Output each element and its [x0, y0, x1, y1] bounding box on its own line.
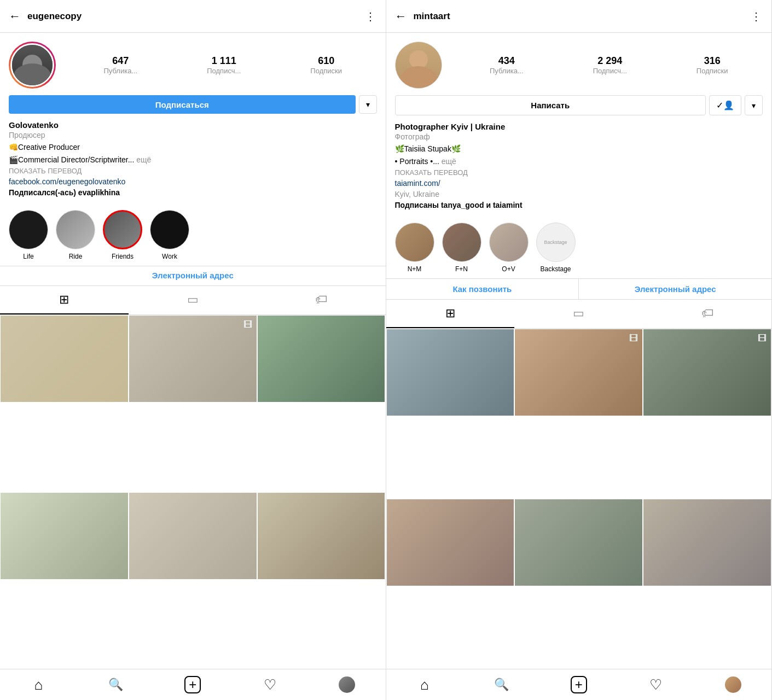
right-photo-cell-6[interactable] [643, 499, 771, 586]
right-photo-cell-5[interactable] [514, 499, 643, 586]
left-stories: Life Ride Friends Work [0, 205, 386, 266]
story-work-circle[interactable] [150, 210, 189, 249]
photo-cell-3[interactable] [257, 315, 386, 402]
photo-cell-1[interactable] [0, 315, 129, 402]
right-followers-label: Подписч... [593, 67, 627, 75]
right-tagged-icon: 🏷 [701, 306, 713, 320]
follow-person-button[interactable]: ✓👤 [709, 95, 741, 115]
right-menu-button[interactable]: ⋮ [751, 10, 763, 23]
left-back-button[interactable]: ← [9, 9, 21, 24]
subscribe-button[interactable]: Подписаться [9, 95, 356, 114]
left-tabs: ⊞ ▭ 🏷 [0, 285, 386, 315]
right-home-icon: ⌂ [420, 676, 429, 693]
story-backstage[interactable]: Backstage Backstage [536, 223, 576, 273]
right-profile-avatar [725, 676, 741, 693]
story-fn-circle[interactable] [442, 223, 481, 262]
left-posts-stat[interactable]: 647 Публика... [103, 55, 137, 75]
left-translate[interactable]: ПОКАЗАТЬ ПЕРЕВОД [9, 167, 377, 175]
right-photo-cell-3[interactable]: 🎞 [643, 329, 771, 416]
left-nav-profile[interactable] [309, 674, 386, 696]
story-fn-label: F+N [455, 265, 468, 273]
left-nav-home[interactable]: ⌂ [0, 674, 77, 696]
story-work[interactable]: Work [150, 210, 189, 260]
right-back-button[interactable]: ← [395, 9, 407, 24]
story-ride-circle[interactable] [56, 210, 95, 249]
right-posts-stat[interactable]: 434 Публика... [490, 55, 524, 75]
photo-cell-2[interactable]: 🎞 [129, 315, 257, 402]
right-nav-heart[interactable]: ♡ [617, 674, 694, 696]
story-friends[interactable]: Friends [103, 210, 142, 260]
story-life-circle[interactable] [9, 210, 48, 249]
left-followers-stat[interactable]: 1 111 Подписч... [207, 55, 241, 75]
right-nav-search[interactable]: 🔍 [463, 674, 540, 696]
right-nav-home[interactable]: ⌂ [386, 674, 463, 696]
story-backstage-label: Backstage [540, 265, 571, 273]
right-followed-by: Подписаны tanya_good и taiamint [395, 201, 763, 209]
right-panel: ← mintaart ⋮ 434 Публика... 2 294 Подпис… [386, 0, 773, 700]
left-tab-grid[interactable]: ⊞ [0, 286, 129, 314]
right-photo-cell-4[interactable] [386, 499, 515, 586]
message-button[interactable]: Написать [395, 95, 706, 115]
right-tab-grid[interactable]: ⊞ [386, 300, 515, 328]
story-nm-label: N+M [408, 265, 422, 273]
left-posts-label: Публика... [103, 67, 137, 75]
photo-cell-5[interactable] [129, 492, 257, 580]
plus-icon: + [184, 676, 201, 693]
call-button[interactable]: Как позвонить [386, 279, 579, 299]
left-bio-link[interactable]: facebook.com/eugenegolovatenko [9, 177, 377, 186]
left-menu-button[interactable]: ⋮ [365, 10, 377, 23]
left-bio-line2: 🎬Commercial Director/Scriptwriter... ещё [9, 154, 377, 166]
left-tab-tagged[interactable]: 🏷 [257, 286, 386, 314]
right-tab-tagged[interactable]: 🏷 [643, 300, 771, 328]
right-nav-plus[interactable]: + [540, 674, 617, 696]
story-friends-circle[interactable] [103, 210, 142, 249]
right-followers-stat[interactable]: 2 294 Подписч... [593, 55, 627, 75]
right-photo-cell-2[interactable]: 🎞 [514, 329, 643, 416]
right-following-stat[interactable]: 316 Подписки [696, 55, 728, 75]
right-call-email-row: Как позвонить Электронный адрес [386, 278, 772, 299]
right-header: ← mintaart ⋮ [386, 0, 772, 33]
story-nm-circle[interactable] [395, 223, 434, 262]
right-tabs: ⊞ ▭ 🏷 [386, 299, 772, 329]
right-posts-count: 434 [498, 55, 515, 67]
right-nav-profile[interactable] [694, 674, 771, 696]
right-location: Kyiv, Ukraine [395, 190, 763, 199]
right-avatar[interactable] [395, 42, 442, 89]
left-email-button[interactable]: Электронный адрес [9, 271, 377, 280]
right-dropdown-button[interactable]: ▾ [745, 95, 763, 115]
story-nm[interactable]: N+M [395, 223, 434, 273]
left-following-stat[interactable]: 610 Подписки [310, 55, 342, 75]
story-ov[interactable]: O+V [489, 223, 529, 273]
right-photo-cell-1[interactable] [386, 329, 515, 416]
left-avatar[interactable] [9, 42, 56, 89]
left-nav-plus[interactable]: + [154, 674, 231, 696]
left-follower-name[interactable]: evaplikhina [78, 188, 120, 197]
right-bottom-nav: ⌂ 🔍 + ♡ [386, 669, 772, 700]
right-tab-reels[interactable]: ▭ [514, 300, 643, 328]
right-plus-icon: + [571, 676, 587, 693]
story-fn[interactable]: F+N [442, 223, 481, 273]
right-video-badge-2: 🎞 [629, 334, 638, 343]
right-email-button[interactable]: Электронный адрес [579, 279, 771, 299]
right-more-link[interactable]: ещё [442, 157, 456, 166]
left-following-count: 610 [318, 55, 334, 67]
right-bio-link[interactable]: taiamint.com/ [395, 179, 763, 188]
story-ov-circle[interactable] [489, 223, 529, 262]
left-more-link[interactable]: ещё [136, 155, 151, 164]
subscribe-dropdown-button[interactable]: ▾ [359, 95, 377, 114]
story-ride[interactable]: Ride [56, 210, 95, 260]
left-nav-search[interactable]: 🔍 [77, 674, 154, 696]
story-friends-label: Friends [112, 253, 133, 260]
photo-cell-6[interactable] [257, 492, 386, 580]
right-bio-line1: 🌿Taisiia Stupak🌿 [395, 143, 763, 155]
left-stats: 647 Публика... 1 111 Подписч... 610 Подп… [69, 55, 377, 75]
story-life[interactable]: Life [9, 210, 48, 260]
right-bio-category: Фотограф [395, 132, 763, 141]
story-backstage-circle[interactable]: Backstage [536, 223, 576, 262]
right-translate[interactable]: ПОКАЗАТЬ ПЕРЕВОД [395, 168, 763, 177]
left-bio-line1: 👊Creative Producer [9, 142, 377, 153]
photo-cell-4[interactable] [0, 492, 129, 580]
right-search-icon: 🔍 [494, 678, 509, 692]
left-tab-reels[interactable]: ▭ [129, 286, 257, 314]
left-nav-heart[interactable]: ♡ [231, 674, 309, 696]
